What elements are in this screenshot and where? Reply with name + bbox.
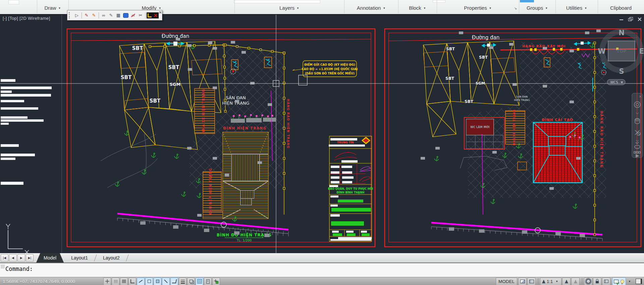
panel-label: Groups bbox=[527, 3, 543, 11]
lightbulb-icon[interactable] bbox=[621, 280, 624, 283]
svg-text:ĐÌNH CẢI TẠO: ĐÌNH CẢI TẠO bbox=[542, 117, 573, 122]
object-snap-toggle[interactable] bbox=[145, 278, 153, 285]
panel-label: Layers bbox=[279, 3, 294, 11]
panel-label: Clipboard bbox=[610, 3, 632, 11]
selection-cycling-toggle[interactable] bbox=[196, 278, 203, 285]
dynamic-input-toggle[interactable] bbox=[170, 278, 178, 285]
snap-toggle[interactable] bbox=[103, 278, 111, 285]
last-tab-button[interactable]: ▶| bbox=[26, 254, 34, 262]
grid-display-toggle[interactable] bbox=[112, 278, 119, 285]
svg-text:CAO ĐỘ = +1.853M (HỆ QUỐC GIA): CAO ĐỘ = +1.853M (HỆ QUỐC GIA) bbox=[302, 67, 358, 71]
ribbon-panel-clipboard[interactable]: Clipboard bbox=[598, 0, 644, 13]
command-prompt[interactable]: Command: bbox=[5, 266, 33, 272]
hardware-acceleration-button[interactable] bbox=[602, 278, 610, 285]
monitor-check-icon[interactable] bbox=[614, 280, 619, 283]
status-right-cluster: MODEL 1:1 ▼ ▼ bbox=[496, 277, 643, 285]
viewcube-east: E bbox=[639, 47, 644, 55]
tab-layout1[interactable]: Layout1 bbox=[64, 253, 95, 263]
wcs-selector[interactable]: WCS bbox=[607, 79, 625, 85]
clean-screen-button[interactable] bbox=[636, 279, 642, 284]
ribbon-panel-draw[interactable]: Draw▼ bbox=[37, 0, 69, 13]
quick-view-drawings-button[interactable] bbox=[527, 278, 536, 285]
svg-text:SBT: SBT bbox=[445, 76, 454, 81]
link-edit-icon[interactable]: ✎ bbox=[107, 12, 115, 19]
svg-text:SGM: SGM bbox=[170, 82, 181, 87]
transparency-toggle[interactable] bbox=[187, 278, 195, 285]
panel-label: Block bbox=[409, 3, 421, 11]
ribbon-panel-properties[interactable]: Properties▼↘ bbox=[437, 0, 519, 13]
edit-erase-icon[interactable]: ✎ bbox=[83, 12, 90, 19]
gear-icon bbox=[586, 279, 591, 284]
garage-building: NHÀ XE HIỆN TRẠNG bbox=[195, 89, 215, 133]
prev-tab-button[interactable]: ◀ bbox=[9, 254, 17, 262]
floating-toolbar[interactable]: ▷ ✎ ✎ ∞ ✎ ▦ ∞ ✂ bbox=[67, 10, 162, 20]
company-name: TRUNG TÍN bbox=[337, 140, 354, 144]
separator bbox=[538, 278, 538, 284]
model-space-button[interactable]: MODEL bbox=[496, 278, 517, 285]
blue-shape-icon[interactable] bbox=[122, 12, 129, 19]
viewport-controls[interactable]: [-] [Top] [2D Wireframe] bbox=[3, 16, 50, 21]
express-tool-icon[interactable] bbox=[147, 12, 153, 18]
svg-text:ĐÌNH HIỆN TRẠNG: ĐÌNH HIỆN TRẠNG bbox=[223, 126, 267, 130]
quick-properties-toggle[interactable] bbox=[212, 278, 220, 285]
link-icon[interactable]: ∞ bbox=[100, 12, 107, 19]
polar-tracking-toggle[interactable] bbox=[137, 278, 145, 285]
ribbon-panel-groups[interactable]: Groups▼ bbox=[519, 0, 556, 13]
titleblock-text-bar bbox=[332, 231, 339, 233]
grid-toggle[interactable] bbox=[120, 278, 128, 285]
svg-text:SBT: SBT bbox=[132, 45, 143, 51]
titleblock-text-bar bbox=[330, 239, 371, 241]
ribbon-panel-block[interactable]: Block▼ bbox=[398, 0, 437, 13]
minimize-button[interactable] bbox=[619, 17, 624, 21]
annotation-person-icon bbox=[542, 280, 545, 283]
scissors-icon[interactable]: ✂ bbox=[137, 12, 144, 19]
drawing-canvas[interactable]: Đường đan SBT SBT SBT SGM SBT bbox=[0, 0, 644, 285]
workspace-switching-button[interactable] bbox=[584, 278, 592, 285]
command-grip[interactable] bbox=[1, 265, 5, 269]
first-tab-button[interactable]: |◀ bbox=[1, 254, 8, 262]
titleblock-text-bar bbox=[342, 176, 354, 179]
navigation-bar[interactable] bbox=[632, 93, 643, 158]
ribbon-panel-annotation[interactable]: Annotation▼ bbox=[344, 0, 398, 13]
isolate-objects-group[interactable] bbox=[612, 277, 626, 285]
close-button[interactable] bbox=[637, 17, 642, 21]
titleblock-text-bar bbox=[329, 145, 365, 147]
chevron-down-icon: ▼ bbox=[545, 4, 548, 10]
dialog-launcher-icon[interactable]: ↘ bbox=[514, 6, 517, 10]
edit-pencil-icon[interactable]: ✎ bbox=[90, 12, 98, 19]
auto-scale-button[interactable] bbox=[571, 278, 580, 285]
ortho-toggle[interactable] bbox=[128, 278, 136, 285]
panel-label: Properties bbox=[464, 3, 487, 11]
tab-layout2[interactable]: Layout2 bbox=[96, 253, 127, 263]
svg-text:WC LÀM MỚI: WC LÀM MỚI bbox=[470, 125, 489, 129]
ribbon-panel-utilities[interactable]: Utilities▼ bbox=[555, 0, 598, 13]
titleblock-text-bar bbox=[346, 231, 354, 233]
object-snap-3d-toggle[interactable] bbox=[154, 278, 161, 285]
toolbar-close-icon[interactable] bbox=[159, 11, 162, 14]
toolbar-lock-button[interactable] bbox=[593, 278, 601, 285]
lineweight-toggle[interactable] bbox=[179, 278, 186, 285]
chevron-down-icon: ▼ bbox=[297, 4, 299, 10]
titleblock-green-bar bbox=[347, 233, 356, 236]
ribbon-panel-layers[interactable]: Layers▼ bbox=[234, 0, 344, 13]
object-snap-tracking-toggle[interactable] bbox=[162, 278, 170, 285]
chevron-down-icon[interactable]: ▼ bbox=[628, 280, 631, 283]
delete-block-icon[interactable] bbox=[153, 12, 159, 18]
annotation-monitor-toggle[interactable] bbox=[204, 278, 212, 285]
run-macro-icon[interactable]: ▷ bbox=[73, 12, 80, 19]
window-controls bbox=[619, 17, 642, 21]
quick-view-layouts-button[interactable] bbox=[518, 278, 527, 285]
svg-text:(DẤU SƠN ĐỎ TRÊN GỐC MIẾU): (DẤU SƠN ĐỎ TRÊN GỐC MIẾU) bbox=[305, 71, 355, 75]
toolbar-grip[interactable] bbox=[69, 12, 71, 18]
annotation-scale-button[interactable]: 1:1 ▼ bbox=[540, 278, 561, 285]
svg-text:SBT: SBT bbox=[446, 47, 455, 51]
next-tab-button[interactable]: ▶ bbox=[17, 254, 25, 262]
svg-text:KHU BẾP HIỆN TRẠNG: KHU BẾP HIỆN TRẠNG bbox=[208, 168, 212, 215]
svg-text:SBT: SBT bbox=[121, 74, 132, 80]
annotation-visibility-button[interactable] bbox=[562, 278, 571, 285]
command-line[interactable]: Command: bbox=[0, 263, 644, 277]
calculator-icon[interactable]: ▦ bbox=[115, 12, 122, 19]
break-link-icon[interactable]: ∞ bbox=[129, 12, 137, 19]
restore-button[interactable] bbox=[628, 17, 633, 21]
tab-model[interactable]: Model bbox=[36, 253, 64, 263]
